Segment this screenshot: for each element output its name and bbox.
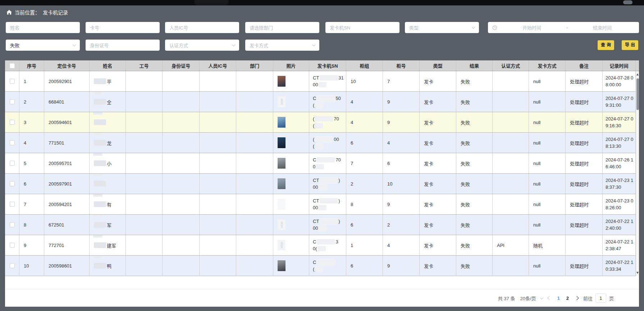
row-checkbox[interactable] bbox=[10, 79, 15, 84]
cell-note: 处理超时 bbox=[566, 153, 603, 173]
table-row[interactable]: 3 200594601 (70 ( 4 9 发卡 失败 null 处理超时 20… bbox=[5, 112, 639, 133]
cell-auth-method bbox=[493, 194, 529, 214]
start-time-placeholder[interactable]: 开始时间 bbox=[499, 24, 564, 31]
cell-name: 建军 bbox=[90, 235, 126, 255]
table-row[interactable]: 4 771501 龙 (00 ( 6 4 发卡 失败 null 处理超时 202… bbox=[5, 133, 639, 153]
row-checkbox[interactable] bbox=[10, 263, 15, 268]
row-checkbox[interactable] bbox=[10, 99, 15, 104]
id-card-input[interactable]: 身份证号 bbox=[86, 40, 160, 51]
time-line1: 2024-07-27 0 bbox=[606, 95, 633, 102]
table-scrollbar[interactable] bbox=[636, 71, 639, 276]
person-ic-input[interactable]: 人员IC号 bbox=[165, 22, 239, 33]
type-select[interactable]: 类型 bbox=[405, 22, 479, 33]
goto-unit: 页 bbox=[609, 295, 614, 302]
time-line2: 0:33:34 bbox=[606, 266, 621, 273]
date-range-picker[interactable]: 开始时间 - 结束时间 bbox=[488, 22, 639, 33]
cell-cabinet-group: 4 bbox=[346, 92, 383, 112]
photo-thumbnail[interactable] bbox=[278, 137, 286, 148]
table-row[interactable]: 8 672501 军 先生 CT) 00 6 2 发卡 失败 null 处理超时… bbox=[5, 215, 639, 235]
cell-record-time: 2024-07-22 12:40:00 bbox=[603, 215, 636, 235]
row-checkbox[interactable] bbox=[10, 120, 15, 125]
photo-thumbnail[interactable] bbox=[278, 178, 286, 189]
sn-fragment: ) bbox=[338, 219, 340, 224]
row-checkbox[interactable] bbox=[10, 243, 15, 248]
page-number[interactable]: 2 bbox=[566, 296, 569, 301]
name-visible-text: 平 bbox=[107, 78, 111, 85]
cell-photo bbox=[273, 133, 309, 153]
redaction-blob bbox=[94, 181, 106, 187]
row-checkbox[interactable] bbox=[10, 161, 15, 166]
cell-type: 发卡 bbox=[420, 71, 456, 91]
time-line2: 9:16:30 bbox=[606, 122, 621, 129]
cell-id-card bbox=[163, 112, 200, 132]
scroll-up-icon[interactable] bbox=[636, 73, 639, 76]
scrollbar-thumb[interactable] bbox=[636, 78, 639, 110]
photo-thumbnail[interactable] bbox=[278, 76, 286, 87]
table-row[interactable]: 1 200592901 平 CT31 00 10 7 发卡 失败 null 处理… bbox=[5, 71, 639, 92]
cell-person-ic bbox=[200, 133, 236, 153]
photo-thumbnail[interactable] bbox=[278, 260, 286, 271]
table-row[interactable]: 5 200595701 小 C70 0 7 6 发卡 失败 null 处理超时 … bbox=[5, 153, 639, 174]
redaction-blob bbox=[317, 96, 335, 101]
name-input[interactable]: 姓名 bbox=[6, 22, 80, 33]
cell-name: 小 bbox=[90, 153, 126, 173]
row-checkbox[interactable] bbox=[10, 222, 15, 227]
photo-watermark: 先生 bbox=[280, 99, 283, 105]
row-checkbox[interactable] bbox=[10, 202, 15, 207]
auth-placeholder: 认证方式 bbox=[169, 42, 188, 49]
sn-fragment: 70 bbox=[334, 116, 339, 122]
photo-thumbnail[interactable] bbox=[278, 199, 286, 210]
redaction-blob bbox=[315, 116, 333, 122]
select-all-checkbox[interactable] bbox=[10, 63, 15, 68]
issue-method-select[interactable]: 发卡方式 bbox=[245, 40, 319, 51]
end-time-placeholder[interactable]: 结束时间 bbox=[570, 24, 635, 31]
name-visible-text: 小 bbox=[107, 160, 111, 167]
photo-thumbnail[interactable] bbox=[278, 158, 286, 169]
checkbox-cell bbox=[5, 92, 19, 112]
cell-name: 龙 bbox=[90, 133, 126, 153]
cell-cabinet-group: 6 bbox=[346, 133, 383, 153]
cell-id-card bbox=[163, 174, 200, 194]
prev-page-icon[interactable] bbox=[547, 296, 551, 300]
auth-method-select[interactable]: 认证方式 bbox=[165, 40, 239, 51]
scroll-down-icon[interactable] bbox=[636, 271, 639, 275]
cell-result: 失败 bbox=[456, 92, 493, 112]
cell-type: 发卡 bbox=[420, 235, 456, 255]
cell-id-card bbox=[163, 71, 200, 91]
cell-issue-method: null bbox=[529, 71, 566, 91]
table-row[interactable]: 9 772701 建军 先生 C3 0( 1 4 发卡 失败 API 随机 20… bbox=[5, 235, 639, 256]
photo-thumbnail[interactable]: 先生 bbox=[278, 96, 286, 107]
cell-record-time: 2024-07-23 18:37:30 bbox=[603, 174, 636, 194]
result-select[interactable]: 失败 bbox=[6, 40, 80, 51]
page-size-select[interactable]: 20条/页 bbox=[520, 295, 543, 302]
department-select[interactable]: 请选择部门 bbox=[245, 22, 319, 33]
time-line2: 6:46:00 bbox=[606, 163, 621, 170]
redaction-blob bbox=[315, 102, 323, 108]
goto-page-input[interactable] bbox=[595, 293, 606, 303]
photo-thumbnail[interactable]: 先生 bbox=[278, 240, 286, 251]
row-checkbox[interactable] bbox=[10, 140, 15, 145]
card-number-input[interactable]: 卡号 bbox=[86, 22, 160, 33]
table-row[interactable]: 2 668401 全 先生 C50 ( 4 9 发卡 失败 null 处理超时 … bbox=[5, 92, 639, 112]
row-checkbox[interactable] bbox=[10, 181, 15, 186]
page-number[interactable]: 1 bbox=[557, 296, 560, 301]
table-row[interactable]: 10 200598601 鸭 C ( 6 9 发卡 失败 null 处理超时 2… bbox=[5, 256, 639, 276]
cell-machine-sn: CT31 00 bbox=[309, 71, 346, 91]
table-row[interactable]: 7 200594201 有 CT) 00 8 9 发卡 失败 null 处理超时… bbox=[5, 194, 639, 215]
next-page-icon[interactable] bbox=[575, 296, 579, 300]
table-row[interactable]: 6 200597901 CT) 00 2 10 发卡 失败 null 处理超时 … bbox=[5, 174, 639, 194]
cell-person-ic bbox=[200, 194, 236, 214]
chevron-down-icon bbox=[312, 43, 316, 46]
photo-thumbnail[interactable]: 先生 bbox=[278, 219, 286, 230]
cell-result: 失败 bbox=[456, 194, 493, 214]
machine-sn-input[interactable]: 发卡机SN bbox=[325, 22, 399, 33]
goto-label: 前往 bbox=[583, 295, 593, 302]
redaction-blob bbox=[315, 137, 333, 142]
cell-auth-method bbox=[493, 153, 529, 173]
cell-department bbox=[236, 153, 273, 173]
export-button[interactable]: 导出 bbox=[622, 40, 638, 50]
cell-seq: 8 bbox=[19, 215, 44, 235]
photo-thumbnail[interactable] bbox=[278, 117, 286, 128]
query-button[interactable]: 查询 bbox=[598, 40, 614, 50]
cell-machine-sn: (00 ( bbox=[309, 133, 346, 153]
